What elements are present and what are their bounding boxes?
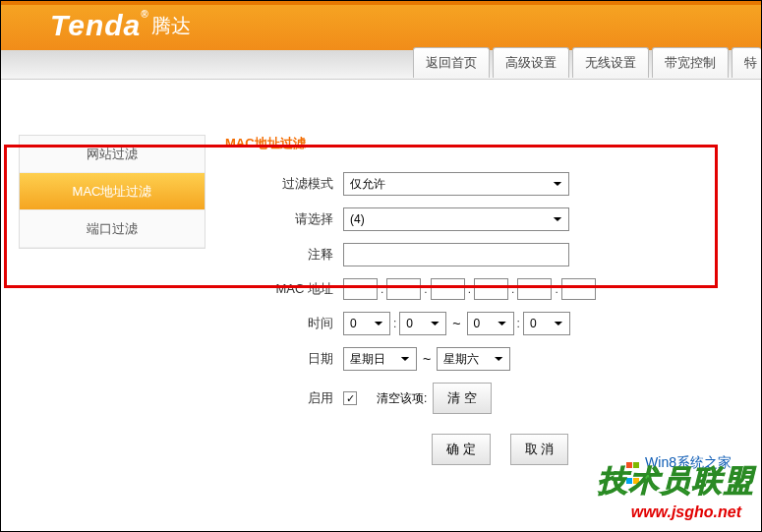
label-filter-mode: 过滤模式 [225,175,343,193]
sidebar-item-mac-filter[interactable]: MAC地址过滤 [20,173,205,210]
chevron-down-icon [552,317,565,330]
label-clear: 清空该项: [377,390,427,407]
section-title: MAC地址过滤 [225,135,761,152]
brand-logo: Tenda® [50,9,149,42]
select-time-to-m[interactable]: 0 [523,312,570,335]
chevron-down-icon [398,352,412,366]
chevron-down-icon [428,317,441,330]
select-please-select[interactable]: (4) [343,207,569,231]
select-time-from-h[interactable]: 0 [343,312,390,335]
label-please-select: 请选择 [225,210,343,228]
content: MAC地址过滤 过滤模式 仅允许 请选择 (4) 注释 MAC 地址 : : [205,86,761,465]
watermark-union: 技术员联盟 [598,461,755,502]
mac-input-1[interactable] [343,278,378,300]
cancel-button[interactable]: 取 消 [510,434,569,465]
select-time-to-h[interactable]: 0 [467,312,514,335]
nav-special[interactable]: 特 [732,47,761,78]
nav-wireless[interactable]: 无线设置 [572,47,649,78]
select-date-from[interactable]: 星期日 [343,347,417,371]
sidebar-item-port-filter[interactable]: 端口过滤 [20,210,205,248]
select-date-to[interactable]: 星期六 [437,347,510,371]
top-nav: 返回首页 高级设置 无线设置 带宽控制 特 [1,50,761,80]
ok-button[interactable]: 确 定 [432,434,491,465]
chevron-down-icon [492,352,505,366]
chevron-down-icon [551,177,564,191]
label-date: 日期 [225,350,343,368]
banner: Tenda® 腾达 [1,1,761,50]
chevron-down-icon [496,317,509,330]
sidebar: 网站过滤 MAC地址过滤 端口过滤 [19,86,205,465]
nav-home[interactable]: 返回首页 [413,47,490,78]
brand-cn: 腾达 [151,13,191,39]
mac-input-6[interactable] [561,278,596,300]
chevron-down-icon [551,212,564,226]
mac-input-3[interactable] [431,278,465,300]
mac-input-2[interactable] [386,278,421,300]
label-time: 时间 [225,315,343,332]
mac-inputs: : : : : : [343,278,596,300]
chevron-down-icon [372,317,385,330]
nav-bandwidth[interactable]: 带宽控制 [652,47,729,78]
enable-checkbox[interactable]: ✓ [343,391,357,405]
clear-button[interactable]: 清 空 [433,383,492,414]
mac-input-5[interactable] [517,278,552,300]
nav-advanced[interactable]: 高级设置 [493,47,569,78]
sidebar-item-website-filter[interactable]: 网站过滤 [20,136,205,173]
watermark-url: www.jsgho.net [631,503,741,521]
label-enable: 启用 [225,389,343,407]
label-mac: MAC 地址 [225,280,343,298]
mac-input-4[interactable] [474,278,508,300]
select-filter-mode[interactable]: 仅允许 [343,172,569,196]
header: Tenda® 腾达 返回首页 高级设置 无线设置 带宽控制 特 [1,1,761,76]
comment-input[interactable] [343,243,569,266]
select-time-from-m[interactable]: 0 [399,312,446,335]
main: 网站过滤 MAC地址过滤 端口过滤 MAC地址过滤 过滤模式 仅允许 请选择 (… [1,76,761,465]
label-comment: 注释 [225,246,343,264]
